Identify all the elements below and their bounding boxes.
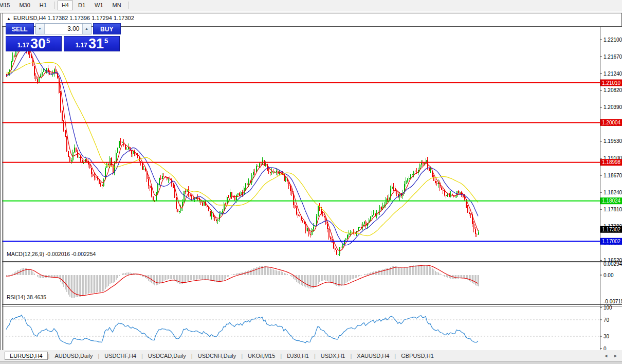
ask-price-sup: 5	[104, 37, 108, 45]
chart-canvas[interactable]: 1.221001.216701.212401.208201.203901.199…	[1, 13, 622, 364]
tab-eurusd-h4[interactable]: EURUSD,H4	[5, 352, 48, 360]
toolbar-separator	[129, 2, 129, 9]
svg-text:100: 100	[603, 305, 612, 311]
svg-text:1.17302: 1.17302	[602, 227, 621, 232]
svg-text:0.00: 0.00	[603, 272, 614, 278]
toolbar-separator	[54, 2, 54, 9]
timeframe-m30[interactable]: M30	[15, 1, 34, 10]
timeframe-mn[interactable]: MN	[108, 1, 125, 10]
svg-text:1.20390: 1.20390	[603, 104, 622, 110]
tab-usdx-h1[interactable]: USDX,H1	[316, 352, 350, 360]
quote-row: 1.17 30 5 1.17 31 5	[6, 36, 121, 51]
svg-text:1.20820: 1.20820	[603, 87, 622, 93]
svg-text:1.21670: 1.21670	[603, 54, 622, 60]
svg-text:-0.007153: -0.007153	[603, 299, 622, 304]
timeframe-h1[interactable]: H1	[35, 1, 51, 10]
chart-tabs: EURUSD,H4|AUDUSD,Daily|USDCHF,H4|USDCAD,…	[0, 352, 438, 360]
svg-text:1.17002: 1.17002	[602, 239, 621, 244]
svg-text:1.21010: 1.21010	[602, 80, 621, 86]
tab-usdchf-h4[interactable]: USDCHF,H4	[100, 352, 141, 360]
timeframe-m15[interactable]: M15	[0, 1, 14, 10]
one-click-trading-panel: SELL ▼ 3.00 ▲ BUY 1.17 30 5 1.17 31 5	[6, 23, 121, 51]
sell-button[interactable]: SELL	[6, 23, 34, 34]
bid-price-sup: 5	[46, 37, 50, 45]
svg-text:1.18240: 1.18240	[603, 190, 622, 195]
svg-text:1.21240: 1.21240	[603, 71, 622, 77]
collapse-chart-icon[interactable]: ▲	[7, 16, 11, 21]
tab-ukoil-m15[interactable]: UKOil,M15	[243, 352, 280, 360]
volume-increase-icon[interactable]: ▲	[82, 24, 91, 34]
svg-text:1.17810: 1.17810	[603, 207, 622, 212]
ask-price-small: 1.17	[76, 42, 87, 49]
svg-text:1.18998: 1.18998	[602, 159, 621, 165]
svg-text:70: 70	[603, 317, 610, 323]
bid-price-big: 30	[30, 37, 46, 50]
tab-xauusd-h4[interactable]: XAUUSD,H4	[352, 352, 394, 360]
tab-usdcad-daily[interactable]: USDCAD,Daily	[143, 352, 191, 360]
svg-text:30: 30	[603, 334, 610, 339]
volume-spinner: ▼ 3.00 ▲	[35, 23, 92, 34]
tab-dj30-h1[interactable]: DJ30,H1	[282, 352, 314, 360]
svg-text:0.002947: 0.002947	[603, 261, 622, 267]
svg-text:1.20004: 1.20004	[602, 120, 621, 125]
timeframe-toolbar: M15M30H1H4D1W1MN	[0, 0, 622, 11]
svg-text:1.19530: 1.19530	[603, 138, 622, 144]
rsi-label: RSI(14) 38.4635	[7, 294, 46, 300]
chart-title-text: EURUSD,H4 1.17382 1.17396 1.17294 1.1730…	[13, 15, 134, 21]
volume-input[interactable]: 3.00	[45, 24, 82, 34]
ask-price[interactable]: 1.17 31 5	[64, 36, 120, 51]
tab-scroll-right-icon[interactable]: ►	[613, 353, 618, 358]
tab-gbpusd-h1[interactable]: GBPUSD,H1	[396, 352, 438, 360]
timeframe-w1[interactable]: W1	[90, 1, 107, 10]
mt4-terminal: { "toolbar": { "timeframes": [ {"label":…	[0, 0, 622, 364]
order-row: SELL ▼ 3.00 ▲ BUY	[6, 23, 121, 34]
buy-button[interactable]: BUY	[93, 23, 121, 34]
tab-usdcnh-daily[interactable]: USDCNH,Daily	[193, 352, 241, 360]
chart-frame	[3, 27, 622, 363]
chart-title: ▲EURUSD,H4 1.17382 1.17396 1.17294 1.173…	[7, 15, 134, 21]
tab-audusd-daily[interactable]: AUDUSD,Daily	[50, 352, 97, 360]
svg-text:1.22100: 1.22100	[603, 37, 622, 43]
macd-label: MACD(12,26,9) -0.002016 -0.002254	[7, 251, 96, 257]
bid-price-small: 1.17	[17, 42, 29, 49]
svg-text:1.18024: 1.18024	[602, 198, 621, 204]
timeframe-d1[interactable]: D1	[74, 1, 89, 10]
tab-scroll-left-icon[interactable]: ◄	[603, 353, 608, 358]
chart-window: 1.221001.216701.212401.208201.203901.199…	[1, 13, 622, 351]
bid-price[interactable]: 1.17 30 5	[6, 36, 62, 51]
tab-scroll-buttons: ◄ ►	[603, 353, 618, 358]
ask-price-big: 31	[88, 37, 104, 50]
svg-text:1.18670: 1.18670	[603, 173, 622, 178]
price-axis: 1.221001.216701.212401.208201.203901.199…	[600, 37, 622, 352]
chart-tabbar: EURUSD,H4|AUDUSD,Daily|USDCHF,H4|USDCAD,…	[0, 350, 622, 361]
window-bottom-edge	[0, 361, 622, 364]
timeframe-buttons: M15M30H1H4D1W1MN	[0, 0, 622, 11]
volume-decrease-icon[interactable]: ▼	[36, 24, 45, 34]
timeframe-h4[interactable]: H4	[58, 1, 73, 10]
